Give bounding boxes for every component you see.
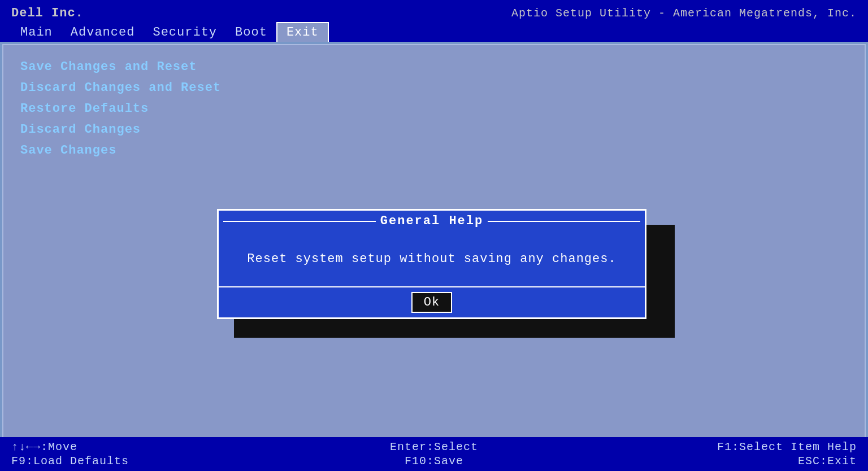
tab-exit[interactable]: Exit [276, 22, 329, 42]
tab-security[interactable]: Security [144, 23, 226, 42]
general-help-dialog: General Help Reset system setup without … [217, 209, 646, 319]
dialog-title-bar: General Help [219, 211, 645, 232]
status-esc-exit: ESC:Exit [798, 455, 857, 468]
status-col-left: ↑↓←→:Move F9:Load Defaults [11, 441, 293, 468]
menu-item-save-reset[interactable]: Save Changes and Reset [20, 56, 848, 77]
status-bar: ↑↓←→:Move F9:Load Defaults Enter:Select … [0, 437, 868, 471]
status-col-right: F1:Select Item Help ESC:Exit [575, 441, 857, 468]
status-move: ↑↓←→:Move [11, 441, 293, 453]
ok-button[interactable]: Ok [411, 292, 452, 313]
tab-boot[interactable]: Boot [226, 23, 276, 42]
main-content: Save Changes and Reset Discard Changes a… [2, 44, 866, 444]
status-f10-save: F10:Save [405, 455, 463, 468]
dialog-footer: Ok [219, 287, 645, 317]
dialog-body: Reset system setup without saving any ch… [219, 232, 645, 287]
dialog-title: General Help [380, 214, 483, 228]
menu-item-restore-defaults[interactable]: Restore Defaults [20, 98, 848, 119]
dialog-message: Reset system setup without saving any ch… [247, 252, 616, 266]
brand-label: Dell Inc. [11, 6, 84, 20]
status-col-center: Enter:Select F10:Save [293, 441, 575, 468]
menu-item-save-changes[interactable]: Save Changes [20, 140, 848, 161]
top-section: Dell Inc. Aptio Setup Utility - American… [0, 0, 868, 42]
status-load-defaults: F9:Load Defaults [11, 455, 293, 468]
tabs-row: Main Advanced Security Boot Exit [0, 21, 868, 42]
tab-advanced[interactable]: Advanced [62, 23, 144, 42]
status-enter-select: Enter:Select [390, 441, 478, 453]
status-f1-help: F1:Select Item Help [717, 441, 857, 453]
title-row: Dell Inc. Aptio Setup Utility - American… [0, 0, 868, 21]
utility-title: Aptio Setup Utility - American Megatrend… [511, 7, 857, 20]
menu-item-discard-reset[interactable]: Discard Changes and Reset [20, 77, 848, 98]
tab-main[interactable]: Main [11, 23, 62, 42]
menu-item-discard-changes[interactable]: Discard Changes [20, 119, 848, 140]
